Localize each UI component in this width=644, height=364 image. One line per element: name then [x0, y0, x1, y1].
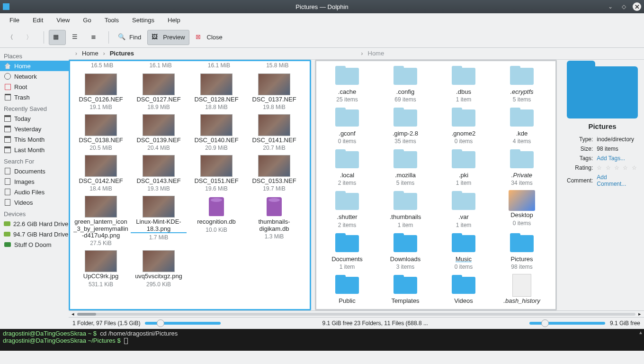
folder-tile[interactable]: .var1 item — [435, 188, 493, 230]
sidebar-item-stuff-o-doom[interactable]: Stuff O Doom — [0, 239, 69, 250]
folder-tile[interactable]: Videos — [435, 272, 493, 307]
sidebar-item-yesterday[interactable]: Yesterday — [0, 124, 69, 134]
folder-tile[interactable]: Downloads3 items — [376, 230, 435, 272]
file-name: DSC_0138.NEF — [79, 137, 123, 144]
sidebar-item-images[interactable]: Images — [0, 176, 69, 187]
scroll-right-icon[interactable]: ▸ — [638, 311, 641, 317]
search-heading: Search For — [0, 155, 69, 166]
file-tile[interactable]: recognition.db10.0 KiB — [188, 194, 245, 248]
folder-tile[interactable]: Music0 items — [435, 230, 493, 272]
file-tile[interactable]: uvq5vscitxgz.png295.0 KiB — [130, 248, 188, 289]
zoom-slider-left[interactable] — [145, 322, 221, 325]
zoom-slider-right[interactable] — [529, 322, 605, 325]
view-panel-left[interactable]: 16.5 MiB16.1 MiB16.1 MiB15.8 MiBDSC_0126… — [69, 60, 311, 311]
terminal-scroll-icon[interactable]: ▲ — [638, 330, 643, 335]
file-tile[interactable]: .bash_history — [493, 272, 551, 307]
nav-back-button[interactable]: 〈 — [3, 30, 20, 45]
file-tile[interactable]: DSC_0137.NEF19.8 MiB — [245, 72, 303, 112]
file-tile[interactable]: DSC_0126.NEF19.1 MiB — [72, 72, 130, 112]
sidebar-item-trash[interactable]: Trash — [0, 92, 69, 102]
view-icons-button[interactable]: ▦ — [49, 30, 66, 45]
view-details-button[interactable]: ≣ — [87, 30, 104, 45]
file-size: 1.7 MiB — [149, 234, 169, 241]
add-tags-link[interactable]: Add Tags... — [597, 155, 625, 162]
folder-tile[interactable]: .shutter2 items — [318, 188, 376, 230]
breadcrumb-current[interactable]: Pictures — [108, 49, 136, 58]
folder-tile[interactable]: .local2 items — [318, 146, 376, 188]
file-tile[interactable]: DSC_0143.NEF19.3 MiB — [130, 153, 188, 194]
folder-tile[interactable]: Desktop0 items — [493, 188, 551, 230]
file-tile[interactable]: DSC_0140.NEF20.9 MiB — [188, 112, 245, 153]
file-tile[interactable]: green_lantern_icon_3_by_jeremymallin-d41… — [72, 194, 130, 248]
close-window-button[interactable]: ✕ — [633, 2, 641, 11]
maximize-button[interactable]: ◇ — [619, 2, 628, 11]
folder-tile[interactable]: .gconf0 items — [318, 105, 376, 146]
breadcrumb-home-right[interactable]: Home — [366, 49, 386, 58]
find-button[interactable]: 🔍Find — [114, 30, 145, 45]
folder-tile[interactable]: .cache25 items — [318, 63, 376, 105]
minimize-button[interactable]: ⌄ — [606, 2, 615, 11]
sidebar-item-audio-files[interactable]: Audio Files — [0, 187, 69, 197]
folder-tile[interactable]: .config69 items — [376, 63, 435, 105]
breadcrumb-home[interactable]: Home — [80, 49, 100, 58]
sidebar-item-today[interactable]: Today — [0, 113, 69, 124]
sidebar-item-root[interactable]: Root — [0, 82, 69, 92]
folder-tile[interactable]: .pki1 item — [435, 146, 493, 188]
desktop-icon — [509, 190, 535, 211]
sidebar-item-network[interactable]: Network — [0, 71, 69, 82]
folder-tile[interactable]: .kde4 items — [493, 105, 551, 146]
folder-tile[interactable]: .thumbnails1 item — [376, 188, 435, 230]
folder-tile[interactable]: .gnome20 items — [435, 105, 493, 146]
file-tile[interactable]: DSC_0141.NEF20.7 MiB — [245, 112, 303, 153]
file-tile[interactable]: UpCC9rk.jpg531.1 KiB — [72, 248, 130, 289]
file-tile[interactable]: DSC_0128.NEF18.8 MiB — [188, 72, 245, 112]
folder-tile[interactable]: .mozilla5 items — [376, 146, 435, 188]
preview-button[interactable]: 🖼Preview — [147, 30, 189, 45]
view-compact-button[interactable]: ☰ — [68, 30, 85, 45]
folder-tile[interactable]: Documents1 item — [318, 230, 376, 272]
sidebar-item-last-month[interactable]: Last Month — [0, 145, 69, 155]
menu-file[interactable]: File — [3, 14, 26, 26]
horizontal-scrollbar[interactable]: ◂ ▸ — [69, 310, 644, 317]
sidebar-item-label: 94.7 GiB Hard Drive — [13, 231, 68, 238]
file-size: 15.8 MiB — [266, 62, 288, 69]
nav-forward-button[interactable]: 〉 — [22, 30, 39, 45]
scroll-left-icon[interactable]: ◂ — [72, 311, 74, 317]
file-tile[interactable]: DSC_0138.NEF20.5 MiB — [72, 112, 130, 153]
folder-tile[interactable]: .dbus1 item — [435, 63, 493, 105]
view-panel-right[interactable]: .cache25 items.config69 items.dbus1 item… — [315, 60, 557, 311]
menu-edit[interactable]: Edit — [26, 14, 50, 26]
sidebar-item-this-month[interactable]: This Month — [0, 134, 69, 145]
terminal-panel[interactable]: ▲dragostini@DaTingGoesSkraa ~ $ cd /home… — [0, 329, 644, 351]
sidebar-item-22-6-gib-hard-drive[interactable]: 22.6 GiB Hard Drive — [0, 218, 69, 229]
file-tile[interactable]: Linux-Mint-KDE-18.3.png1.7 MiB — [130, 194, 188, 248]
menu-tools[interactable]: Tools — [98, 14, 125, 26]
folder-tile[interactable]: .Private34 items — [493, 146, 551, 188]
menu-view[interactable]: View — [50, 14, 76, 26]
folder-tile[interactable]: Templates — [376, 272, 435, 307]
close-split-button[interactable]: ⊠Close — [191, 30, 227, 45]
add-comment-link[interactable]: Add Comment... — [597, 174, 626, 187]
folder-tile[interactable]: Public — [318, 272, 376, 307]
folder-tile[interactable]: Pictures98 items — [493, 230, 551, 272]
folder-tile[interactable]: .gimp-2.835 items — [376, 105, 435, 146]
sidebar-item-94-7-gib-hard-drive[interactable]: 94.7 GiB Hard Drive — [0, 229, 69, 239]
file-tile[interactable]: DSC_0151.NEF19.6 MiB — [188, 153, 245, 194]
image-thumbnail — [200, 114, 233, 136]
file-tile[interactable]: DSC_0127.NEF18.9 MiB — [130, 72, 188, 112]
file-tile[interactable]: DSC_0153.NEF19.7 MiB — [245, 153, 303, 194]
file-tile[interactable]: thumbnails-digikam.db1.3 MiB — [245, 194, 303, 248]
menu-settings[interactable]: Settings — [125, 14, 161, 26]
file-tile[interactable]: DSC_0139.NEF20.4 MiB — [130, 112, 188, 153]
item-icon — [4, 178, 11, 185]
sidebar-item-home[interactable]: Home — [0, 61, 69, 71]
sidebar-item-videos[interactable]: Videos — [0, 197, 69, 208]
folder-tile[interactable]: .ecryptfs5 items — [493, 63, 551, 105]
information-panel: Pictures Type:inode/directory Size:98 it… — [561, 60, 644, 311]
sidebar-item-documents[interactable]: Documents — [0, 166, 69, 176]
menu-go[interactable]: Go — [76, 14, 98, 26]
file-tile[interactable]: DSC_0142.NEF18.4 MiB — [72, 153, 130, 194]
rating-stars[interactable]: ☆ ☆ ☆ ☆ ☆ — [595, 164, 639, 172]
folder-name: .dbus — [456, 89, 471, 95]
menu-help[interactable]: Help — [161, 14, 187, 26]
